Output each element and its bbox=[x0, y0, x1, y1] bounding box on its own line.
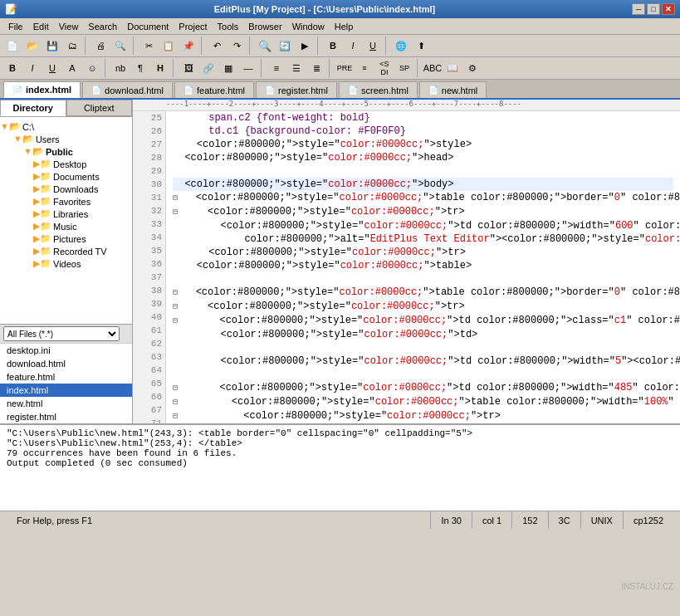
file-list[interactable]: All Files (*.*) desktop.inidownload.html… bbox=[0, 324, 132, 423]
sp-button[interactable]: SP bbox=[395, 59, 413, 77]
code-line[interactable]: <color:#800000;">style="color:#0000cc;">… bbox=[173, 138, 673, 151]
code-line[interactable] bbox=[173, 341, 673, 354]
tree-item-Libraries[interactable]: ▶📁Libraries bbox=[0, 208, 132, 220]
tree-item-Pictures[interactable]: ▶📁Pictures bbox=[0, 232, 132, 245]
file-tree[interactable]: ▼📂C:\▼📂Users▼📂Public▶📁Desktop▶📁Documents… bbox=[0, 117, 132, 324]
code-line[interactable]: ⊟ <color:#800000;">style="color:#0000cc;… bbox=[173, 381, 673, 395]
tree-item-Public[interactable]: ▼📂Public bbox=[0, 145, 132, 158]
menu-item-view[interactable]: View bbox=[54, 20, 84, 33]
tree-item-Documents[interactable]: ▶📁Documents bbox=[0, 170, 132, 183]
new-button[interactable]: 📄 bbox=[3, 37, 22, 55]
file-list-item-new-html[interactable]: new.html bbox=[0, 397, 132, 410]
code-line[interactable]: <color:#800000;">style="color:#0000cc;">… bbox=[173, 219, 673, 232]
h-button[interactable]: H bbox=[151, 59, 169, 77]
undo-button[interactable]: ↶ bbox=[208, 37, 226, 55]
align-left-button[interactable]: ≡ bbox=[267, 59, 286, 77]
code-line[interactable]: span.c2 {font-weight: bold} bbox=[173, 111, 673, 125]
file-tab-feature-html[interactable]: 📄feature.html bbox=[174, 81, 254, 98]
table-button[interactable]: ▦ bbox=[219, 59, 237, 77]
code-line[interactable]: color:#800000;">alt="EditPlus Text Edito… bbox=[173, 232, 673, 246]
minimize-button[interactable]: ─ bbox=[632, 3, 645, 15]
cliptext-tab[interactable]: Cliptext bbox=[66, 100, 133, 116]
code-line[interactable]: ⊟ <color:#800000;">style="color:#0000cc;… bbox=[173, 300, 673, 314]
file-list-item-feature-html[interactable]: feature.html bbox=[0, 370, 132, 384]
code-line[interactable]: <color:#800000;">style="color:#0000cc;">… bbox=[173, 354, 673, 368]
menu-item-document[interactable]: Document bbox=[122, 20, 174, 33]
file-list-item-download-html[interactable]: download.html bbox=[0, 357, 132, 370]
tree-item-Downloads[interactable]: ▶📁Downloads bbox=[0, 183, 132, 195]
tree-item-Users[interactable]: ▼📂Users bbox=[0, 133, 132, 145]
code-line[interactable]: <color:#800000;">style="color:#0000cc;">… bbox=[173, 246, 673, 259]
code-line[interactable]: ⊟ <color:#800000;">style="color:#0000cc;… bbox=[173, 409, 673, 423]
menu-item-search[interactable]: Search bbox=[83, 20, 122, 33]
copy-button[interactable]: 📋 bbox=[159, 37, 178, 55]
find-next-button[interactable]: ▶ bbox=[296, 37, 314, 55]
menu-item-tools[interactable]: Tools bbox=[213, 20, 244, 33]
tree-item-C--[interactable]: ▼📂C:\ bbox=[0, 120, 132, 133]
tree-item-Music[interactable]: ▶📁Music bbox=[0, 220, 132, 232]
code-line[interactable]: <color:#800000;">style="color:#0000cc;">… bbox=[173, 328, 673, 341]
save-all-button[interactable]: 🗂 bbox=[63, 37, 81, 55]
ftp-button[interactable]: ⬆ bbox=[412, 37, 430, 55]
paste-button[interactable]: 📌 bbox=[179, 37, 198, 55]
code-line[interactable]: ⊟ <color:#800000;">style="color:#0000cc;… bbox=[173, 314, 673, 328]
redo-button[interactable]: ↷ bbox=[227, 37, 246, 55]
menu-item-window[interactable]: Window bbox=[287, 20, 330, 33]
file-tab-download-html[interactable]: 📄download.html bbox=[82, 81, 173, 98]
browser-button[interactable]: 🌐 bbox=[392, 37, 410, 55]
code-line[interactable] bbox=[173, 368, 673, 381]
thesaurus-button[interactable]: 📖 bbox=[443, 59, 462, 77]
code-line[interactable]: ⊟ <color:#800000;">style="color:#0000cc;… bbox=[173, 395, 673, 409]
menu-item-browser[interactable]: Browser bbox=[243, 20, 286, 33]
italic-button[interactable]: I bbox=[344, 37, 362, 55]
spell-check-button[interactable]: ABC bbox=[423, 59, 442, 77]
save-button[interactable]: 💾 bbox=[43, 37, 61, 55]
maximize-button[interactable]: □ bbox=[647, 3, 660, 15]
color-button[interactable]: A bbox=[63, 59, 81, 77]
bold-format-button[interactable]: B bbox=[3, 59, 22, 77]
directory-tab[interactable]: Directory bbox=[0, 100, 66, 116]
code-lines[interactable]: span.c2 {font-weight: bold} td.c1 {backg… bbox=[166, 111, 680, 423]
align-center-button[interactable]: ☰ bbox=[287, 59, 306, 77]
cut-button[interactable]: ✂ bbox=[139, 37, 158, 55]
menu-item-edit[interactable]: Edit bbox=[28, 20, 54, 33]
code-line[interactable]: <color:#800000;">style="color:#0000cc;">… bbox=[173, 259, 673, 272]
insert-link-button[interactable]: 🔗 bbox=[199, 59, 218, 77]
hr-button[interactable]: — bbox=[239, 59, 257, 77]
menu-item-help[interactable]: Help bbox=[330, 20, 359, 33]
bold-button[interactable]: B bbox=[324, 37, 342, 55]
code-line[interactable]: <color:#800000;">style="color:#0000cc;">… bbox=[173, 178, 673, 191]
list-button[interactable]: ≡ bbox=[355, 59, 374, 77]
code-line[interactable]: <color:#800000;">style="color:#0000cc;">… bbox=[173, 151, 673, 164]
indent-button[interactable]: nb bbox=[111, 59, 130, 77]
code-line[interactable]: td.c1 {background-color: #F0F0F0} bbox=[173, 125, 673, 138]
tree-item-Favorites[interactable]: ▶📁Favorites bbox=[0, 195, 132, 208]
menu-item-project[interactable]: Project bbox=[174, 20, 212, 33]
open-button[interactable]: 📂 bbox=[23, 37, 42, 55]
code-view[interactable]: 2526272829303132333435363738394061626364… bbox=[133, 111, 680, 423]
tree-item-Recorded-TV[interactable]: ▶📁Recorded TV bbox=[0, 245, 132, 257]
find-button[interactable]: 🔍 bbox=[256, 37, 274, 55]
s-di-button[interactable]: <S DI bbox=[375, 59, 394, 77]
pre-button[interactable]: PRE bbox=[335, 59, 354, 77]
code-line[interactable]: ⊟ <color:#800000;">style="color:#0000cc;… bbox=[173, 205, 673, 219]
code-line[interactable] bbox=[173, 272, 673, 286]
file-tab-index-html[interactable]: 📄index.html bbox=[3, 81, 81, 98]
insert-image-button[interactable]: 🖼 bbox=[179, 59, 198, 77]
code-line[interactable]: ⊟ <color:#800000;">style="color:#0000cc;… bbox=[173, 286, 673, 300]
italic-format-button[interactable]: I bbox=[23, 59, 42, 77]
file-list-item-desktop-ini[interactable]: desktop.ini bbox=[0, 344, 132, 357]
print-button[interactable]: 🖨 bbox=[91, 37, 110, 55]
file-list-item-index-html[interactable]: index.html bbox=[0, 384, 132, 397]
tree-item-Videos[interactable]: ▶📁Videos bbox=[0, 257, 132, 270]
para-button[interactable]: ¶ bbox=[131, 59, 149, 77]
underline-button[interactable]: U bbox=[364, 37, 382, 55]
file-filter-select[interactable]: All Files (*.*) bbox=[3, 326, 120, 341]
replace-button[interactable]: 🔄 bbox=[276, 37, 294, 55]
code-line[interactable] bbox=[173, 164, 673, 178]
file-tab-screen-html[interactable]: 📄screen.html bbox=[339, 81, 418, 98]
file-list-item-register-html[interactable]: register.html bbox=[0, 410, 132, 423]
underline-format-button[interactable]: U bbox=[43, 59, 61, 77]
code-line[interactable]: ⊟ <color:#800000;">style="color:#0000cc;… bbox=[173, 191, 673, 205]
macro-button[interactable]: ⚙ bbox=[463, 59, 482, 77]
